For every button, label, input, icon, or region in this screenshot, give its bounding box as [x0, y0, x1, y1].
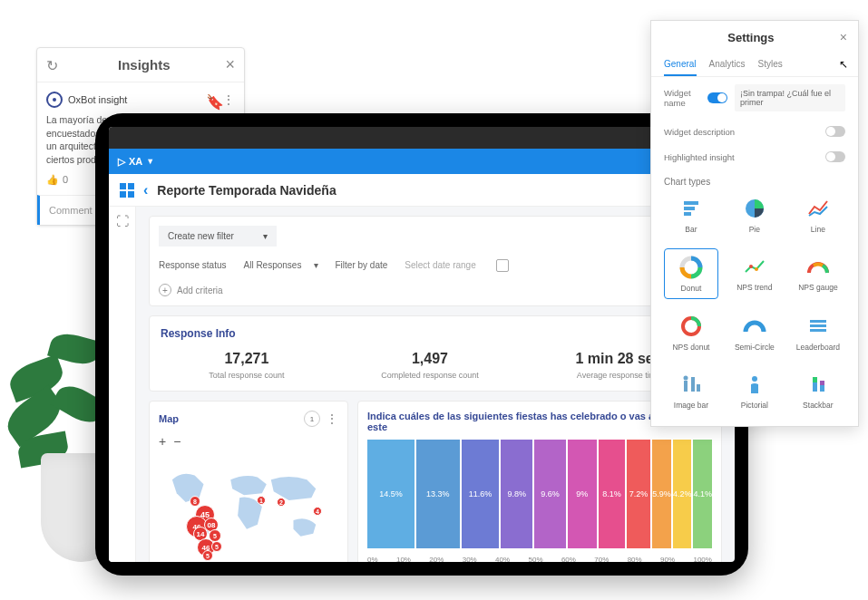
stat-completed: 1,497 Completed response count [381, 351, 479, 380]
bar-segment: 9.6% [534, 440, 565, 548]
highlighted-toggle[interactable] [825, 151, 845, 162]
bar-segment: 4.2% [673, 440, 692, 548]
widget-name-input[interactable]: ¡Sin trampa! ¿Cuál fue el primer [735, 84, 845, 111]
chart-type-label: NPS gauge [798, 283, 837, 292]
svg-rect-10 [810, 329, 826, 332]
bar-segment: 9.8% [501, 440, 532, 548]
line-icon [805, 196, 831, 221]
likes-count: 0 [63, 174, 68, 185]
bookmark-icon[interactable]: 🔖 [206, 93, 217, 106]
bar-segment: 11.6% [462, 440, 500, 548]
chart-type-bar[interactable]: Bar [664, 190, 718, 239]
svg-point-12 [683, 376, 688, 381]
image-bar-icon [678, 372, 704, 397]
device-status-bar [109, 127, 735, 149]
svg-point-6 [755, 267, 758, 271]
world-map[interactable]: 45 46 08 14 5 46 5 5 1 2 4 8 [159, 452, 338, 562]
map-bubble: 4 [313, 507, 322, 516]
chart-type-stackbar[interactable]: Stackbar [791, 366, 845, 415]
donut-icon [678, 255, 704, 280]
grid-icon[interactable] [120, 183, 134, 198]
svg-rect-14 [697, 384, 700, 392]
settings-panel: Settings × General Analytics Styles Widg… [650, 20, 859, 427]
app-bar: ▷ XA ▼ [109, 149, 735, 174]
expand-icon[interactable]: ⛶ [115, 214, 130, 228]
svg-rect-11 [684, 381, 688, 392]
response-status-select[interactable]: All Responses▾ [236, 256, 327, 275]
tab-styles[interactable]: Styles [758, 53, 783, 76]
svg-rect-9 [810, 324, 826, 327]
more-icon[interactable]: ⋮ [222, 92, 235, 107]
chart-type-nps-donut[interactable]: NPS donut [664, 308, 718, 357]
chart-type-leaderboard[interactable]: Leaderboard [791, 308, 845, 357]
back-icon[interactable]: ‹ [143, 182, 148, 198]
map-bubble: 1 [257, 496, 266, 505]
filter-panel: Create new filter▾ Response status All R… [149, 216, 722, 306]
stat-avg-time: 1 min 28 sec Average response time [575, 351, 661, 380]
chart-type-nps-gauge[interactable]: NPS gauge [791, 248, 845, 299]
map-pin-badge: 1 [304, 411, 320, 427]
map-bubble: 2 [277, 498, 286, 507]
zoom-out-button[interactable]: − [173, 434, 180, 449]
create-filter-dropdown[interactable]: Create new filter▾ [159, 226, 277, 247]
svg-rect-2 [684, 212, 691, 216]
calendar-icon[interactable] [496, 259, 509, 272]
add-criteria-button[interactable]: + Add criteria [159, 284, 712, 296]
close-icon[interactable]: × [225, 55, 235, 74]
widget-desc-toggle[interactable] [825, 126, 845, 137]
location-icon [46, 92, 63, 108]
bar-segment: 14.5% [367, 440, 414, 548]
chart-type-pictorial[interactable]: Pictorial [727, 366, 782, 415]
settings-tabs: General Analytics Styles [651, 53, 858, 77]
chart-type-donut[interactable]: Donut [664, 248, 718, 299]
brand-logo: ▷ [118, 156, 125, 168]
response-info-card: Response Info 17,271 Total response coun… [149, 315, 722, 392]
tab-analytics[interactable]: Analytics [709, 53, 746, 76]
chart-type-label: Bar [685, 225, 697, 234]
side-toolbar: ⛶ [109, 207, 136, 562]
chart-type-label: Semi-Circle [735, 343, 775, 352]
plus-icon: + [159, 284, 171, 296]
more-icon[interactable]: ⋮ [326, 411, 338, 426]
chevron-down-icon: ▾ [263, 231, 268, 241]
nps-gauge-icon [805, 254, 831, 279]
bar-segment: 9% [568, 440, 597, 548]
insight-item-title: OxBot insight [68, 94, 200, 105]
map-bubble: 5 [202, 550, 213, 561]
chart-type-pie[interactable]: Pie [727, 190, 782, 239]
date-range-select[interactable]: Select date range [396, 256, 487, 275]
zoom-in-button[interactable]: + [159, 434, 166, 449]
nps-trend-icon [742, 254, 767, 279]
stacked-bar-chart: 14.5%13.3%11.6%9.8%9.6%9%8.1%7.2%5.9%4.2… [367, 440, 712, 548]
app-brand[interactable]: ▷ XA ▼ [118, 156, 154, 168]
bar-segment: 7.2% [627, 440, 650, 548]
insights-title: Insights [63, 57, 225, 73]
chart-type-line[interactable]: Line [791, 190, 845, 239]
report-title: Reporte Temporada Navideña [157, 183, 658, 198]
chart-type-label: Image bar [674, 401, 708, 410]
response-status-label: Response status [159, 260, 227, 270]
chart-types-label: Chart types [651, 169, 858, 190]
bar-segment: 13.3% [416, 440, 460, 548]
filter-by-date-label: Filter by date [336, 260, 388, 270]
chart-type-nps-trend[interactable]: NPS trend [727, 248, 782, 299]
close-icon[interactable]: × [840, 30, 847, 44]
map-widget: Map 1 ⋮ + − [149, 401, 348, 562]
chevron-down-icon: ▾ [314, 260, 318, 270]
bar-segment: 4.1% [693, 440, 712, 548]
bar-segment: 8.1% [599, 440, 625, 548]
refresh-icon[interactable]: ↻ [46, 57, 63, 73]
chart-type-label: Pie [749, 225, 760, 234]
widget-name-label: Widget name [664, 88, 700, 108]
chart-type-label: Pictorial [741, 401, 768, 410]
svg-point-5 [749, 265, 753, 268]
chart-type-semi-circle[interactable]: Semi-Circle [727, 308, 782, 357]
chart-type-image-bar[interactable]: Image bar [664, 366, 718, 415]
stat-total: 17,271 Total response count [209, 351, 284, 380]
map-bubble: 8 [190, 496, 200, 507]
thumbs-up-icon[interactable]: 👍 [46, 174, 59, 186]
widget-name-toggle[interactable] [707, 92, 727, 103]
stackbar-icon [805, 372, 831, 397]
tab-general[interactable]: General [664, 53, 697, 76]
chart-type-grid: BarPieLineDonutNPS trendNPS gaugeNPS don… [651, 190, 858, 415]
